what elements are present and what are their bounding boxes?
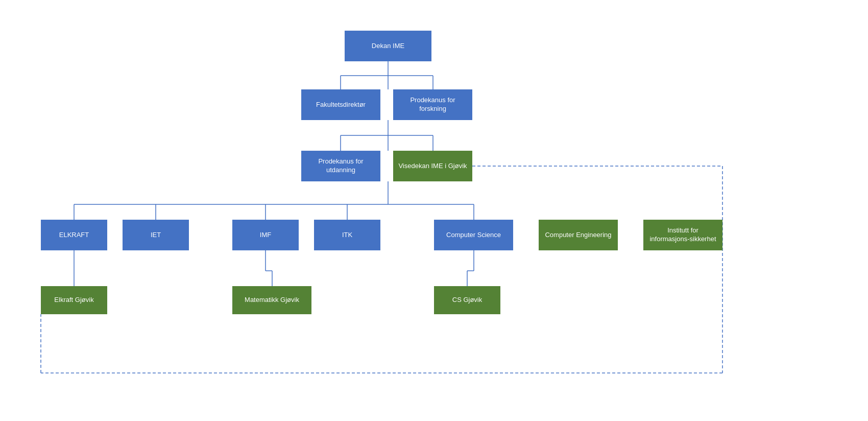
node-imf: IMF	[232, 220, 299, 250]
node-cs: Computer Science	[434, 220, 513, 250]
node-prodekanus-utd: Prodekanus for utdanning	[301, 151, 380, 181]
org-chart: Dekan IME Fakultetsdirektør Prodekanus f…	[0, 0, 868, 421]
node-iet: IET	[123, 220, 189, 250]
node-mat-gjovik: Matematikk Gjøvik	[232, 286, 311, 314]
node-itk: ITK	[314, 220, 380, 250]
node-ce: Computer Engineering	[539, 220, 618, 250]
node-info-sik: Institutt for informasjons-sikkerhet	[643, 220, 722, 250]
node-dekan: Dekan IME	[345, 31, 431, 61]
node-prodekanus-forsk: Prodekanus for forskning	[393, 89, 472, 120]
node-elkraft-gjovik: Elkraft Gjøvik	[41, 286, 107, 314]
node-fakultet: Fakultetsdirektør	[301, 89, 380, 120]
node-elkraft: ELKRAFT	[41, 220, 107, 250]
connector-lines	[0, 0, 868, 421]
node-cs-gjovik: CS Gjøvik	[434, 286, 500, 314]
node-visedekan: Visedekan IME i Gjøvik	[393, 151, 472, 181]
